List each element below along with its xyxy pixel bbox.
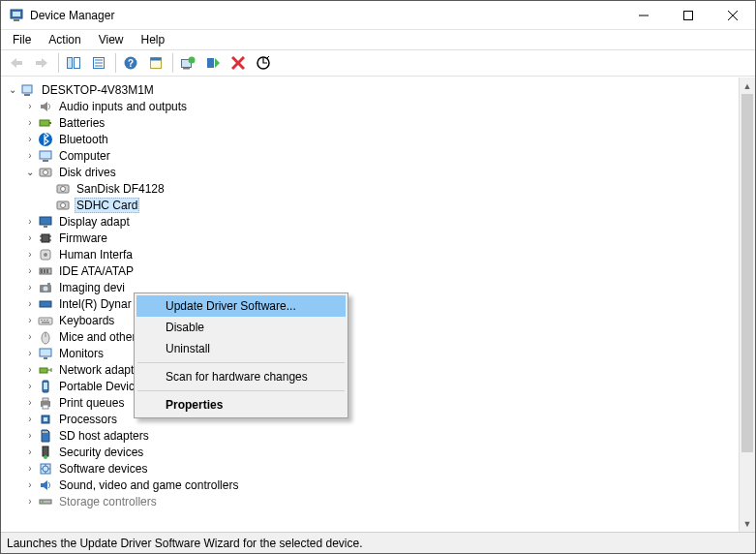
maximize-button[interactable]	[666, 1, 711, 29]
tb-console-button[interactable]	[62, 52, 85, 74]
intel-icon	[38, 296, 53, 312]
tree-expand-icon[interactable]: ›	[22, 496, 38, 507]
close-button[interactable]	[711, 1, 755, 29]
tree-node[interactable]: ›Bluetooth	[1, 131, 739, 147]
tree-node[interactable]: ›Storage controllers	[1, 493, 739, 509]
tree-expand-icon[interactable]: ›	[22, 150, 38, 161]
tree-node[interactable]: ›Portable Devices	[1, 378, 739, 394]
svg-rect-4	[684, 11, 693, 19]
toolbar-separator	[58, 53, 59, 73]
tree-node[interactable]: ›Software devices	[1, 460, 739, 477]
scroll-track[interactable]	[740, 94, 755, 515]
svg-rect-54	[47, 283, 50, 285]
svg-rect-18	[151, 58, 162, 61]
context-menu-item[interactable]: Update Driver Software...	[136, 295, 346, 317]
tree-expand-icon[interactable]: ›	[22, 479, 38, 490]
scroll-up-icon[interactable]: ▲	[740, 77, 755, 94]
menu-action[interactable]: Action	[41, 32, 88, 47]
svg-rect-70	[43, 405, 48, 409]
tree-expand-icon[interactable]: ⌄	[22, 167, 38, 177]
scroll-thumb[interactable]	[741, 94, 753, 452]
tree-node[interactable]: ›Firmware	[1, 230, 739, 246]
tree-node[interactable]: ›Keyboards	[1, 312, 739, 328]
tree-node[interactable]: SDHC Card	[1, 197, 739, 213]
tb-uninstall-button[interactable]	[227, 52, 250, 74]
tree-node[interactable]: ›Batteries	[1, 114, 739, 131]
vertical-scrollbar[interactable]: ▲ ▼	[739, 77, 755, 532]
svg-rect-28	[40, 120, 49, 126]
tree-expand-icon[interactable]: ›	[22, 265, 38, 276]
tree-expand-icon[interactable]: ›	[22, 315, 38, 325]
tb-properties-button[interactable]	[87, 52, 110, 74]
tree-node[interactable]: ›Display adapt	[1, 213, 739, 230]
tree-node-label: Intel(R) Dynar	[57, 297, 134, 311]
tree-node[interactable]: ›Imaging devi	[1, 279, 739, 295]
tree-node[interactable]: ›Security devices	[1, 444, 739, 460]
tree-expand-icon[interactable]: ›	[22, 134, 38, 144]
camera-icon	[38, 280, 53, 295]
tree-expand-icon[interactable]: ›	[22, 101, 38, 111]
tree-node[interactable]: ›Mice and other pointing devices	[1, 328, 739, 345]
context-menu-item[interactable]: Disable	[136, 317, 346, 338]
tree-expand-icon[interactable]: ›	[22, 364, 38, 375]
tb-view-button[interactable]	[144, 52, 167, 74]
minimize-button[interactable]	[621, 1, 666, 29]
tree-node[interactable]: ›Network adapters	[1, 361, 739, 378]
portable-icon	[38, 379, 53, 394]
tree-node[interactable]: ›SD host adapters	[1, 427, 739, 444]
tree-expand-icon[interactable]: ›	[22, 282, 38, 292]
tb-update-driver-button[interactable]	[176, 52, 199, 74]
svg-point-34	[44, 169, 48, 174]
tb-enable-button[interactable]	[201, 52, 225, 74]
disk-icon	[38, 165, 53, 180]
menu-view[interactable]: View	[91, 32, 132, 47]
context-menu-item[interactable]: Scan for hardware changes	[136, 366, 346, 387]
tree-node[interactable]: ›Audio inputs and outputs	[1, 98, 739, 114]
tree-expand-icon[interactable]: ›	[22, 117, 38, 128]
tree-expand-icon[interactable]: ›	[22, 331, 38, 342]
svg-rect-76	[43, 446, 48, 456]
tree-expand-icon[interactable]: ›	[22, 381, 38, 391]
sound-icon	[38, 477, 53, 493]
tb-forward-button[interactable]	[30, 52, 53, 74]
context-menu-item[interactable]: Uninstall	[136, 338, 346, 359]
tree-expand-icon[interactable]: ›	[22, 232, 38, 243]
tree-node[interactable]: ›IDE ATA/ATAP	[1, 262, 739, 279]
tb-help-button[interactable]: ?	[119, 52, 142, 74]
menu-file[interactable]: File	[5, 32, 39, 47]
tree-node[interactable]: ›Human Interfa	[1, 246, 739, 262]
cpu-icon	[38, 412, 53, 427]
tree-expand-icon[interactable]: ›	[22, 446, 38, 457]
tree-expand-icon[interactable]: ›	[22, 397, 38, 408]
svg-rect-32	[43, 160, 48, 162]
tree-node[interactable]: ›Sound, video and game controllers	[1, 477, 739, 493]
tree-node-label: Imaging devi	[57, 281, 127, 294]
tree-node[interactable]: ⌄Disk drives	[1, 164, 739, 180]
svg-rect-31	[40, 151, 51, 159]
svg-rect-64	[44, 357, 47, 359]
tb-back-button[interactable]	[5, 52, 28, 74]
tree-expand-icon[interactable]: ⌄	[5, 84, 20, 95]
menu-help[interactable]: Help	[134, 32, 173, 47]
context-menu-item[interactable]: Properties	[136, 394, 346, 416]
device-tree[interactable]: ⌄DESKTOP-4V83M1M›Audio inputs and output…	[1, 77, 739, 532]
tree-expand-icon[interactable]: ›	[22, 463, 38, 474]
tree-expand-icon[interactable]: ›	[22, 298, 38, 309]
tree-expand-icon[interactable]: ›	[22, 430, 38, 441]
tree-node[interactable]: ›Monitors	[1, 345, 739, 361]
scroll-down-icon[interactable]: ▼	[740, 515, 755, 532]
svg-rect-40	[44, 226, 47, 228]
tree-expand-icon[interactable]: ›	[22, 249, 38, 260]
tree-expand-icon[interactable]: ›	[22, 216, 38, 227]
tb-scan-button[interactable]	[252, 52, 275, 74]
tree-node[interactable]: ›Print queues	[1, 394, 739, 411]
tree-expand-icon[interactable]: ›	[22, 348, 38, 358]
tree-node[interactable]: ›Computer	[1, 147, 739, 164]
tree-node-label: Batteries	[57, 116, 106, 130]
tree-node[interactable]: SanDisk DF4128	[1, 180, 739, 197]
tree-expand-icon[interactable]: ›	[22, 414, 38, 424]
tree-node[interactable]: ›Processors	[1, 411, 739, 427]
tree-node[interactable]: ›Intel(R) Dynar	[1, 295, 739, 312]
display-icon	[38, 214, 53, 230]
tree-node[interactable]: ⌄DESKTOP-4V83M1M	[1, 81, 739, 98]
